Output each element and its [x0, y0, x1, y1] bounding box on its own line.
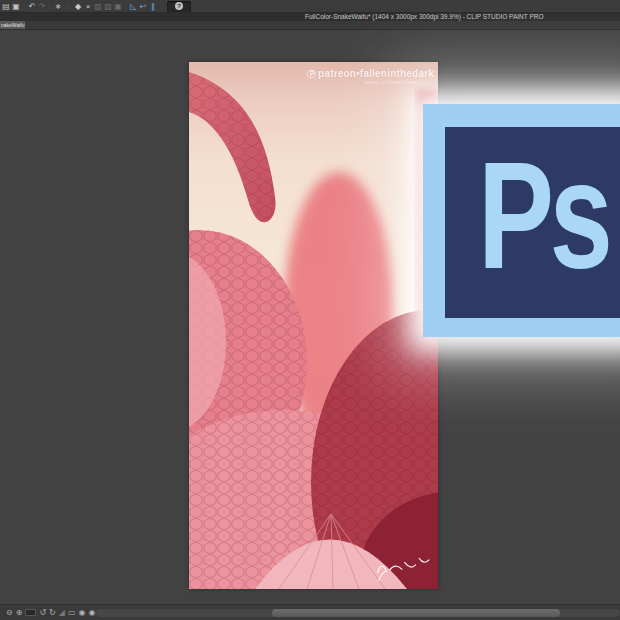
scale-rotate-icon[interactable]: × [84, 1, 92, 12]
deselect-icon[interactable]: ∗ [54, 1, 62, 12]
watermark-line2: patreon.com/falleninthedark [307, 80, 434, 86]
reset-view-icon[interactable]: ▭ [68, 608, 76, 617]
document-tab[interactable]: nakeWaifu* [0, 21, 25, 29]
canvas-abstract-shapes [189, 62, 438, 589]
photoshop-logo-inner: Ps [445, 127, 620, 318]
clear-icon[interactable]: ◆ [74, 1, 82, 12]
expand-selection-icon[interactable]: ▧ [104, 1, 112, 12]
watermark-line1: patreon•falleninthedark [318, 68, 434, 79]
snap-to-special-ruler-icon[interactable]: ↩ [139, 1, 147, 12]
canvas-artwork-abstracted[interactable]: Ⓟpatreon•falleninthedark patreon.com/fal… [189, 62, 438, 589]
invert-selection-icon[interactable]: ▨ [94, 1, 102, 12]
title-bar: FullColor-SnakeWaifu* (1404 x 3000px 300… [0, 13, 620, 21]
document-tab-label: nakeWaifu* [0, 21, 25, 29]
nav-circle-icon[interactable]: ◉ [79, 608, 86, 617]
save-icon[interactable]: ▣ [12, 1, 20, 12]
rotate-cw-icon[interactable]: ↻ [49, 608, 56, 617]
watermark: Ⓟpatreon•falleninthedark patreon.com/fal… [307, 68, 434, 86]
redo-icon[interactable]: ↷ [38, 1, 46, 12]
reselect-icon[interactable]: ◌ [64, 1, 72, 12]
document-tab-strip: nakeWaifu* [0, 21, 620, 30]
patreon-logo-icon: Ⓟ [307, 69, 316, 80]
rotate-ccw-icon[interactable]: ↺ [39, 608, 46, 617]
nav-circle-icon[interactable]: ◉ [89, 608, 96, 617]
horizontal-scrollbar-thumb[interactable] [272, 609, 560, 617]
snap-to-grid-icon[interactable]: ∥ [149, 1, 157, 12]
photoshop-logo: Ps [423, 104, 620, 337]
help-icon: ? [175, 2, 183, 10]
photoshop-logo-text: Ps [478, 139, 608, 291]
zoom-value-box[interactable] [25, 609, 36, 616]
snap-to-ruler-icon[interactable]: ◺ [129, 1, 137, 12]
window-title: FullColor-SnakeWaifu* (1404 x 3000px 300… [305, 13, 544, 21]
horizontal-scrollbar-track[interactable] [96, 609, 620, 617]
zoom-in-icon[interactable]: ⊕ [16, 608, 23, 617]
fill-icon[interactable]: ▣ [114, 1, 122, 12]
toolbar-separator: ∶ [48, 3, 52, 10]
toolbar-separator: ∶ [22, 3, 26, 10]
canvas-navigation-bar: ⊖ ⊕ ↺ ↻ ◢ ▭ ◉ ◉ [0, 604, 620, 620]
zoom-out-icon[interactable]: ⊖ [6, 608, 13, 617]
command-bar: ▤ ▣ ∶ ↶ ↷ ∶ ∗ ◌ ◆ × ▨ ▧ ▣ ◺ ↩ ∥ ? [0, 0, 620, 13]
new-file-icon[interactable]: ▤ [2, 1, 10, 12]
fit-to-screen-icon[interactable]: ◢ [59, 608, 65, 617]
undo-icon[interactable]: ↶ [28, 1, 36, 12]
help-button[interactable]: ? [167, 1, 191, 12]
